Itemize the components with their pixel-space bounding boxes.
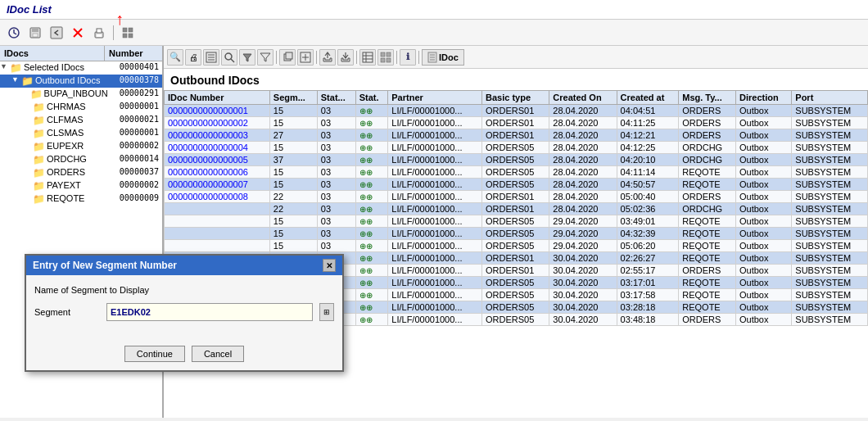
tree-expander[interactable]: ▼	[11, 75, 21, 87]
tree-item-selected[interactable]: ▼ 📁 Selected IDocs 00000401	[0, 61, 162, 75]
table-row[interactable]: 1503⊕⊕LI/LF/00001000...ORDERS0529.04.202…	[165, 228, 868, 240]
dialog-segment-input[interactable]	[106, 303, 313, 321]
rt-filter2-btn[interactable]	[239, 49, 255, 66]
rt-grid-btn[interactable]	[377, 49, 394, 66]
idoc-link[interactable]: 0000000000000008	[168, 192, 248, 201]
toolbar-refresh-btn[interactable]	[5, 24, 23, 42]
idoc-link[interactable]: 0000000000000006	[168, 167, 248, 177]
tree-expander[interactable]: ▼	[0, 62, 10, 74]
cell-partner: LI/LF/00001000...	[388, 215, 482, 228]
tree-item-clsmas[interactable]: 📁 CLSMAS 00000001	[0, 127, 162, 140]
table-row[interactable]: 00000000000000011503⊕⊕LI/LF/00001000...O…	[165, 105, 868, 117]
toolbar-save-btn[interactable]	[26, 24, 44, 42]
col-msgty[interactable]: Msg. Ty...	[679, 91, 736, 105]
tree-expander[interactable]	[23, 154, 33, 165]
tree-expander[interactable]	[23, 167, 33, 179]
idoc-link[interactable]: 0000000000000007	[168, 179, 248, 189]
tree-item-clfmas[interactable]: 📁 CLFMAS 00000021	[0, 114, 162, 127]
tree-expander[interactable]	[23, 193, 33, 205]
cell-stat2: ⊕⊕	[355, 154, 388, 166]
dialog-cancel-btn[interactable]: Cancel	[192, 346, 244, 362]
tree-item-reqote[interactable]: 📁 REQOTE 00000009	[0, 192, 162, 206]
rt-idoc-btn[interactable]: IDoc	[422, 49, 464, 66]
idoc-link[interactable]: 0000000000000003	[168, 130, 248, 140]
dialog-input-browse-btn[interactable]: ⊞	[319, 303, 334, 321]
col-port[interactable]: Port	[792, 91, 868, 105]
idoc-link[interactable]: 0000000000000001	[168, 106, 248, 115]
col-createdon[interactable]: Created On	[549, 91, 617, 105]
col-stat2[interactable]: Stat.	[355, 91, 388, 105]
table-row[interactable]: 00000000000000021503⊕⊕LI/LF/00001000...O…	[165, 117, 868, 129]
tree-expander[interactable]	[23, 115, 33, 126]
cell-basictype: ORDERS01	[482, 105, 549, 117]
col-partner[interactable]: Partner	[388, 91, 482, 105]
rt-expand-btn[interactable]	[297, 49, 314, 66]
dialog-close-btn[interactable]: ✕	[323, 259, 336, 272]
toolbar-delete-btn[interactable]	[69, 24, 87, 42]
idoc-link[interactable]: 0000000000000004	[168, 143, 248, 152]
tree-item-bupa[interactable]: 📁 BUPA_INBOUN 00000291	[0, 88, 162, 101]
cell-basictype: ORDERS01	[482, 265, 549, 277]
cell-stat1: 03	[317, 228, 355, 240]
cell-stat1: 03	[317, 215, 355, 228]
cell-partner: LI/LF/00001000...	[388, 166, 482, 179]
table-row[interactable]: 00000000000000032703⊕⊕LI/LF/00001000...O…	[165, 129, 868, 142]
cell-port: SUBSYSTEM	[792, 301, 868, 314]
tree-expander[interactable]	[23, 141, 33, 152]
tree-number: 00000014	[105, 154, 162, 165]
cell-port: SUBSYSTEM	[792, 277, 868, 289]
cell-basictype: ORDERS01	[482, 129, 549, 142]
col-idocnr[interactable]: IDoc Number	[165, 91, 270, 105]
svg-line-19	[231, 59, 234, 62]
tree-expander[interactable]	[21, 88, 30, 100]
table-row[interactable]: 00000000000000071503⊕⊕LI/LF/00001000...O…	[165, 179, 868, 191]
table-row[interactable]: 00000000000000041503⊕⊕LI/LF/00001000...O…	[165, 142, 868, 154]
rt-search-btn[interactable]: 🔍	[167, 49, 183, 66]
rt-table-btn[interactable]	[359, 49, 376, 66]
tree-item-ordchg[interactable]: 📁 ORDCHG 00000014	[0, 153, 162, 166]
tree-indent	[0, 115, 23, 126]
rt-export-btn[interactable]	[319, 49, 336, 66]
cell-createdon: 29.04.2020	[549, 215, 617, 228]
tree-item-outbound[interactable]: ▼ 📁 Outbound IDocs 00000378	[0, 75, 162, 88]
tree-item-eupexr[interactable]: 📁 EUPEXR 00000002	[0, 140, 162, 153]
cell-port: SUBSYSTEM	[792, 203, 868, 215]
toolbar-print-btn[interactable]	[90, 24, 108, 42]
cell-stat2: ⊕⊕	[355, 265, 388, 277]
col-stat1[interactable]: Stat...	[317, 91, 355, 105]
dialog-footer: Continue Cancel	[26, 341, 342, 370]
col-direction[interactable]: Direction	[736, 91, 792, 105]
idoc-link[interactable]: 0000000000000005	[168, 155, 248, 165]
tree-item-chrmas[interactable]: 📁 CHRMAS 00000001	[0, 101, 162, 114]
rt-import-btn[interactable]	[337, 49, 354, 66]
table-row[interactable]: 00000000000000061503⊕⊕LI/LF/00001000...O…	[165, 166, 868, 179]
col-basictype[interactable]: Basic type	[482, 91, 549, 105]
idoc-link[interactable]: 0000000000000002	[168, 118, 248, 128]
tree-expander[interactable]	[23, 102, 33, 113]
rt-filter-btn[interactable]	[203, 49, 219, 66]
toolbar-back-btn[interactable]	[47, 24, 66, 42]
dialog-continue-btn[interactable]: Continue	[124, 346, 185, 362]
rt-print-btn[interactable]: 🖨	[185, 49, 201, 66]
tree-expander[interactable]	[23, 180, 33, 192]
rt-find-btn[interactable]	[221, 49, 237, 66]
rt-info-btn[interactable]: ℹ	[400, 49, 416, 66]
tree-indent	[0, 154, 23, 165]
tree-item-orders[interactable]: 📁 ORDERS 00000037	[0, 166, 162, 179]
rt-sep4	[396, 51, 397, 64]
col-createdat[interactable]: Created at	[617, 91, 679, 105]
tree-item-payext[interactable]: 📁 PAYEXT 00000002	[0, 179, 162, 192]
table-row[interactable]: 00000000000000053703⊕⊕LI/LF/00001000...O…	[165, 154, 868, 166]
col-segm[interactable]: Segm...	[269, 91, 317, 105]
cell-createdon: 30.04.2020	[549, 314, 617, 326]
tree-expander[interactable]	[23, 128, 33, 139]
rt-copy-btn[interactable]	[279, 49, 296, 66]
table-row[interactable]: 00000000000000082203⊕⊕LI/LF/00001000...O…	[165, 191, 868, 203]
cell-basictype: ORDERS05	[482, 166, 549, 179]
table-row[interactable]: 1503⊕⊕LI/LF/00001000...ORDERS0529.04.202…	[165, 240, 868, 252]
cell-idocnr	[165, 228, 270, 240]
table-row[interactable]: 2203⊕⊕LI/LF/00001000...ORDERS0128.04.202…	[165, 203, 868, 215]
rt-funnel-btn[interactable]	[257, 49, 274, 66]
cell-port: SUBSYSTEM	[792, 314, 868, 326]
table-row[interactable]: 1503⊕⊕LI/LF/00001000...ORDERS0529.04.202…	[165, 215, 868, 228]
